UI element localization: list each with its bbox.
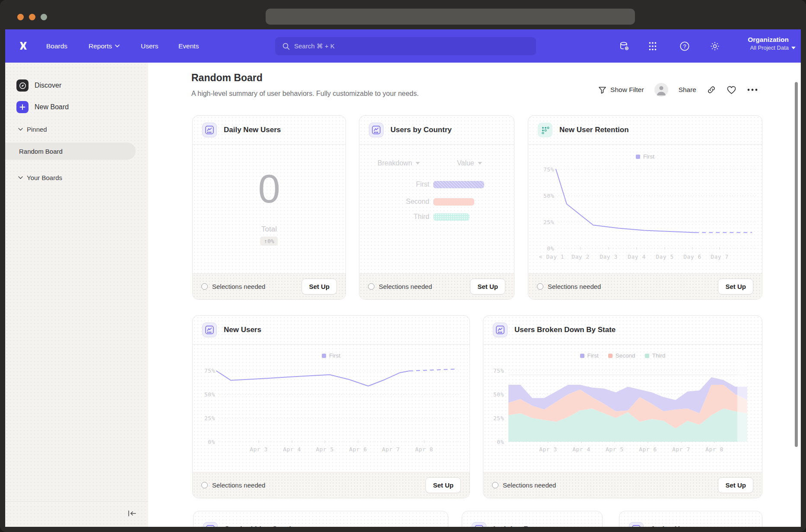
organization-switcher[interactable]: Organization All Project Data [748, 35, 789, 51]
svg-text:Apr 3: Apr 3 [539, 446, 557, 453]
retention-grid-icon [538, 123, 552, 137]
plus-icon [16, 101, 29, 113]
status-text: Selections needed [548, 283, 601, 290]
nav-item-boards[interactable]: Boards [46, 29, 67, 63]
top-nav: Boards Reports Users Events Search ⌘ + K [5, 29, 801, 63]
settings-gear-icon[interactable] [709, 41, 720, 52]
chart-legend: First [528, 153, 762, 160]
search-icon [282, 43, 290, 50]
avatar[interactable] [654, 83, 668, 97]
set-up-button[interactable]: Set Up [718, 477, 753, 493]
card-stacked-line-graph: Stacked Line Graph [193, 511, 448, 527]
set-up-button[interactable]: Set Up [301, 279, 337, 294]
status-circle-icon [368, 283, 374, 290]
svg-text:Day 7: Day 7 [711, 253, 729, 260]
svg-text:Apr 4: Apr 4 [283, 446, 301, 453]
status-text: Selections needed [379, 283, 432, 290]
chevron-down-icon [115, 44, 120, 48]
chevron-down-icon [18, 128, 23, 131]
svg-text:Apr 3: Apr 3 [250, 446, 268, 453]
sidebar: Discover New Board Pinned Random Board Y… [5, 63, 148, 527]
card-title: Users Broken Down By State [514, 326, 616, 334]
svg-text:Apr 7: Apr 7 [672, 446, 690, 453]
url-bar[interactable] [266, 9, 635, 25]
delta-badge: ↑0% [260, 237, 278, 246]
collapse-sidebar-icon[interactable] [127, 510, 137, 519]
svg-text:Apr 7: Apr 7 [382, 446, 400, 453]
search-input[interactable]: Search ⌘ + K [275, 37, 536, 55]
sidebar-item-discover[interactable]: Discover [16, 79, 61, 92]
share-button[interactable]: Share [679, 86, 696, 94]
card-users-by-country: Users by Country Breakdown Value First S… [359, 115, 514, 300]
sidebar-item-random-board[interactable]: Random Board [5, 142, 136, 160]
copy-link-icon[interactable] [707, 85, 716, 95]
organization-chevron-icon[interactable] [791, 43, 796, 51]
svg-text:75%: 75% [543, 166, 554, 173]
browser-chrome [0, 0, 806, 29]
bar-row-third: Third [359, 213, 470, 221]
nav-item-users[interactable]: Users [141, 29, 158, 63]
card-new-users: New Users First 75%50%25%0%Apr 3Apr 4Apr… [192, 315, 470, 498]
chevron-down-icon [18, 176, 23, 179]
sidebar-item-new-board[interactable]: New Board [16, 101, 69, 113]
status-text: Selections needed [503, 481, 556, 489]
bar-first [433, 181, 484, 188]
legend-swatch-first [322, 354, 326, 358]
status-text: Selections needed [212, 283, 265, 290]
board-actions: Show Filter Share [598, 83, 758, 97]
nav-item-reports[interactable]: Reports [89, 29, 120, 63]
sidebar-section-your-boards[interactable]: Your Boards [18, 174, 62, 181]
sidebar-footer [5, 501, 148, 527]
stacked-area-chart: 75%50%25%0%Apr 3Apr 4Apr 5Apr 6Apr 7Apr … [483, 345, 762, 473]
status-circle-icon [201, 482, 208, 488]
traffic-light-minimize[interactable] [29, 14, 35, 20]
card-header: Users Broken Down By State [483, 316, 762, 345]
apps-grid-icon[interactable] [647, 41, 658, 52]
legend-swatch-first [580, 354, 584, 358]
chevron-down-icon [416, 162, 420, 165]
breakdown-dropdown[interactable]: Breakdown [378, 159, 420, 167]
legend-swatch-third [645, 354, 649, 358]
card-title: New Users [224, 326, 261, 334]
traffic-light-zoom[interactable] [41, 14, 47, 20]
traffic-light-close[interactable] [17, 14, 24, 20]
more-options-icon[interactable] [747, 88, 758, 92]
card-insights-report: Insights Report [462, 511, 603, 527]
show-filter-button[interactable]: Show Filter [598, 86, 644, 94]
line-chart-icon [202, 323, 217, 337]
mixpanel-logo-icon[interactable] [17, 40, 29, 54]
svg-text:25%: 25% [493, 415, 504, 421]
search-placeholder: Search ⌘ + K [294, 42, 335, 50]
svg-text:Apr 4: Apr 4 [572, 446, 590, 453]
favorite-heart-icon[interactable] [727, 86, 736, 95]
status-circle-icon [537, 283, 543, 290]
set-up-button[interactable]: Set Up [718, 279, 753, 294]
sidebar-section-pinned[interactable]: Pinned [18, 126, 47, 133]
svg-text:0%: 0% [547, 245, 554, 252]
card-header: New Users [193, 316, 470, 345]
chart-legend: First [193, 352, 470, 359]
svg-text:Day 4: Day 4 [628, 253, 646, 260]
discover-compass-icon [16, 79, 29, 92]
legend-swatch-second [608, 354, 612, 358]
status-circle-icon [201, 283, 208, 290]
card-body: First 75%50%25%0%< Day 1Day 2Day 3Day 4D… [528, 145, 762, 276]
new-users-line-chart: 75%50%25%0%Apr 3Apr 4Apr 5Apr 6Apr 7Apr … [193, 345, 470, 473]
bar-second [433, 198, 474, 206]
data-management-icon[interactable] [619, 41, 630, 52]
set-up-button[interactable]: Set Up [470, 279, 505, 294]
card-daily-new-users: Daily New Users 0 Total ↑0% Selections n… [192, 115, 346, 300]
svg-text:?: ? [683, 43, 686, 50]
help-icon[interactable]: ? [679, 41, 690, 52]
card-active-users: Active Users [619, 511, 762, 527]
nav-item-events[interactable]: Events [178, 29, 199, 63]
metric-value: 0 [193, 169, 346, 209]
set-up-button[interactable]: Set Up [425, 477, 461, 493]
card-footer: Selections needed Set Up [193, 273, 346, 299]
value-dropdown[interactable]: Value [457, 159, 482, 167]
scrollbar[interactable] [795, 82, 798, 447]
card-header: New User Retention [528, 116, 762, 145]
card-title: Stacked Line Graph [225, 525, 294, 527]
bar-row-second: Second [359, 198, 474, 206]
retention-line-chart: 75%50%25%0%< Day 1Day 2Day 3Day 4Day 5Da… [528, 145, 762, 274]
